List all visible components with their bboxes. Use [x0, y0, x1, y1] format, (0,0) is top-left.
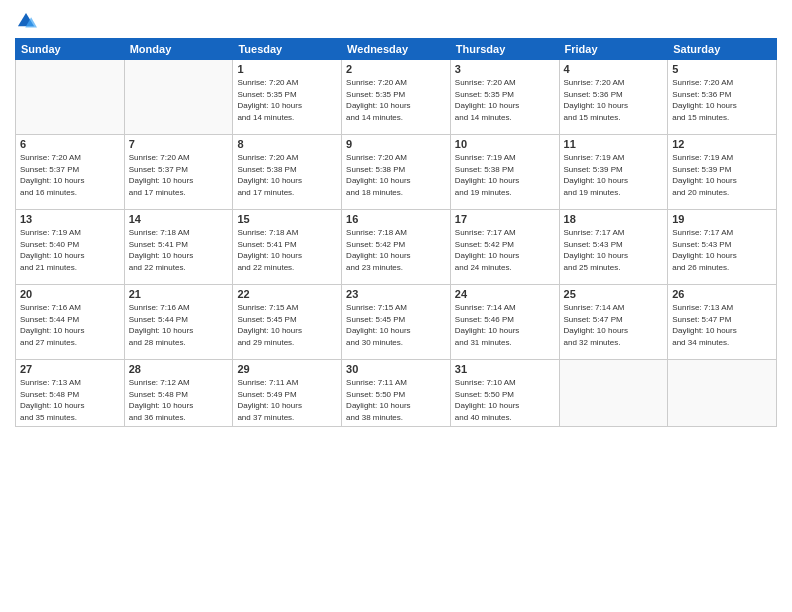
day-number: 3	[455, 63, 555, 75]
day-info: Sunrise: 7:20 AM Sunset: 5:36 PM Dayligh…	[564, 77, 664, 123]
calendar-cell: 5Sunrise: 7:20 AM Sunset: 5:36 PM Daylig…	[668, 60, 777, 135]
day-info: Sunrise: 7:17 AM Sunset: 5:42 PM Dayligh…	[455, 227, 555, 273]
calendar-cell: 13Sunrise: 7:19 AM Sunset: 5:40 PM Dayli…	[16, 210, 125, 285]
day-number: 18	[564, 213, 664, 225]
day-number: 15	[237, 213, 337, 225]
header	[15, 10, 777, 32]
day-info: Sunrise: 7:11 AM Sunset: 5:50 PM Dayligh…	[346, 377, 446, 423]
calendar-week-row: 20Sunrise: 7:16 AM Sunset: 5:44 PM Dayli…	[16, 285, 777, 360]
day-number: 9	[346, 138, 446, 150]
day-info: Sunrise: 7:20 AM Sunset: 5:36 PM Dayligh…	[672, 77, 772, 123]
day-number: 10	[455, 138, 555, 150]
calendar-week-row: 6Sunrise: 7:20 AM Sunset: 5:37 PM Daylig…	[16, 135, 777, 210]
calendar-cell: 6Sunrise: 7:20 AM Sunset: 5:37 PM Daylig…	[16, 135, 125, 210]
weekday-header: Thursday	[450, 39, 559, 60]
calendar-cell: 21Sunrise: 7:16 AM Sunset: 5:44 PM Dayli…	[124, 285, 233, 360]
calendar-cell: 15Sunrise: 7:18 AM Sunset: 5:41 PM Dayli…	[233, 210, 342, 285]
calendar-cell: 9Sunrise: 7:20 AM Sunset: 5:38 PM Daylig…	[342, 135, 451, 210]
day-number: 27	[20, 363, 120, 375]
day-number: 4	[564, 63, 664, 75]
day-number: 28	[129, 363, 229, 375]
day-number: 2	[346, 63, 446, 75]
day-info: Sunrise: 7:13 AM Sunset: 5:47 PM Dayligh…	[672, 302, 772, 348]
calendar-cell	[668, 360, 777, 427]
weekday-header: Tuesday	[233, 39, 342, 60]
calendar-cell: 29Sunrise: 7:11 AM Sunset: 5:49 PM Dayli…	[233, 360, 342, 427]
weekday-header: Saturday	[668, 39, 777, 60]
day-info: Sunrise: 7:18 AM Sunset: 5:42 PM Dayligh…	[346, 227, 446, 273]
day-info: Sunrise: 7:13 AM Sunset: 5:48 PM Dayligh…	[20, 377, 120, 423]
calendar-cell: 28Sunrise: 7:12 AM Sunset: 5:48 PM Dayli…	[124, 360, 233, 427]
page: SundayMondayTuesdayWednesdayThursdayFrid…	[0, 0, 792, 612]
calendar-cell: 19Sunrise: 7:17 AM Sunset: 5:43 PM Dayli…	[668, 210, 777, 285]
day-info: Sunrise: 7:19 AM Sunset: 5:38 PM Dayligh…	[455, 152, 555, 198]
day-info: Sunrise: 7:18 AM Sunset: 5:41 PM Dayligh…	[129, 227, 229, 273]
calendar-cell: 11Sunrise: 7:19 AM Sunset: 5:39 PM Dayli…	[559, 135, 668, 210]
calendar-week-row: 13Sunrise: 7:19 AM Sunset: 5:40 PM Dayli…	[16, 210, 777, 285]
calendar-cell: 10Sunrise: 7:19 AM Sunset: 5:38 PM Dayli…	[450, 135, 559, 210]
day-number: 22	[237, 288, 337, 300]
weekday-header: Wednesday	[342, 39, 451, 60]
calendar-cell	[559, 360, 668, 427]
day-number: 11	[564, 138, 664, 150]
day-info: Sunrise: 7:19 AM Sunset: 5:40 PM Dayligh…	[20, 227, 120, 273]
day-number: 1	[237, 63, 337, 75]
day-number: 13	[20, 213, 120, 225]
day-info: Sunrise: 7:10 AM Sunset: 5:50 PM Dayligh…	[455, 377, 555, 423]
day-info: Sunrise: 7:19 AM Sunset: 5:39 PM Dayligh…	[564, 152, 664, 198]
calendar-table: SundayMondayTuesdayWednesdayThursdayFrid…	[15, 38, 777, 427]
calendar-cell: 27Sunrise: 7:13 AM Sunset: 5:48 PM Dayli…	[16, 360, 125, 427]
day-info: Sunrise: 7:20 AM Sunset: 5:35 PM Dayligh…	[237, 77, 337, 123]
day-number: 25	[564, 288, 664, 300]
day-number: 20	[20, 288, 120, 300]
day-number: 6	[20, 138, 120, 150]
day-number: 31	[455, 363, 555, 375]
calendar-cell: 14Sunrise: 7:18 AM Sunset: 5:41 PM Dayli…	[124, 210, 233, 285]
calendar-cell	[124, 60, 233, 135]
calendar-cell: 2Sunrise: 7:20 AM Sunset: 5:35 PM Daylig…	[342, 60, 451, 135]
day-info: Sunrise: 7:20 AM Sunset: 5:38 PM Dayligh…	[346, 152, 446, 198]
day-info: Sunrise: 7:17 AM Sunset: 5:43 PM Dayligh…	[564, 227, 664, 273]
day-info: Sunrise: 7:16 AM Sunset: 5:44 PM Dayligh…	[129, 302, 229, 348]
calendar-header-row: SundayMondayTuesdayWednesdayThursdayFrid…	[16, 39, 777, 60]
calendar-cell: 31Sunrise: 7:10 AM Sunset: 5:50 PM Dayli…	[450, 360, 559, 427]
calendar-cell: 4Sunrise: 7:20 AM Sunset: 5:36 PM Daylig…	[559, 60, 668, 135]
day-info: Sunrise: 7:20 AM Sunset: 5:37 PM Dayligh…	[129, 152, 229, 198]
day-number: 14	[129, 213, 229, 225]
day-number: 16	[346, 213, 446, 225]
day-info: Sunrise: 7:12 AM Sunset: 5:48 PM Dayligh…	[129, 377, 229, 423]
day-info: Sunrise: 7:11 AM Sunset: 5:49 PM Dayligh…	[237, 377, 337, 423]
day-number: 17	[455, 213, 555, 225]
logo	[15, 10, 41, 32]
day-info: Sunrise: 7:20 AM Sunset: 5:35 PM Dayligh…	[346, 77, 446, 123]
day-number: 23	[346, 288, 446, 300]
day-info: Sunrise: 7:19 AM Sunset: 5:39 PM Dayligh…	[672, 152, 772, 198]
calendar-cell: 16Sunrise: 7:18 AM Sunset: 5:42 PM Dayli…	[342, 210, 451, 285]
calendar-cell: 1Sunrise: 7:20 AM Sunset: 5:35 PM Daylig…	[233, 60, 342, 135]
day-number: 24	[455, 288, 555, 300]
day-number: 26	[672, 288, 772, 300]
day-number: 21	[129, 288, 229, 300]
day-number: 7	[129, 138, 229, 150]
day-info: Sunrise: 7:18 AM Sunset: 5:41 PM Dayligh…	[237, 227, 337, 273]
calendar-cell: 12Sunrise: 7:19 AM Sunset: 5:39 PM Dayli…	[668, 135, 777, 210]
calendar-week-row: 27Sunrise: 7:13 AM Sunset: 5:48 PM Dayli…	[16, 360, 777, 427]
calendar-cell: 24Sunrise: 7:14 AM Sunset: 5:46 PM Dayli…	[450, 285, 559, 360]
day-info: Sunrise: 7:17 AM Sunset: 5:43 PM Dayligh…	[672, 227, 772, 273]
calendar-week-row: 1Sunrise: 7:20 AM Sunset: 5:35 PM Daylig…	[16, 60, 777, 135]
day-number: 29	[237, 363, 337, 375]
calendar-cell: 25Sunrise: 7:14 AM Sunset: 5:47 PM Dayli…	[559, 285, 668, 360]
calendar-cell: 30Sunrise: 7:11 AM Sunset: 5:50 PM Dayli…	[342, 360, 451, 427]
calendar-cell: 8Sunrise: 7:20 AM Sunset: 5:38 PM Daylig…	[233, 135, 342, 210]
logo-icon	[15, 10, 37, 32]
day-number: 19	[672, 213, 772, 225]
weekday-header: Sunday	[16, 39, 125, 60]
calendar-cell: 3Sunrise: 7:20 AM Sunset: 5:35 PM Daylig…	[450, 60, 559, 135]
day-number: 30	[346, 363, 446, 375]
day-number: 8	[237, 138, 337, 150]
day-info: Sunrise: 7:14 AM Sunset: 5:46 PM Dayligh…	[455, 302, 555, 348]
calendar-cell: 23Sunrise: 7:15 AM Sunset: 5:45 PM Dayli…	[342, 285, 451, 360]
weekday-header: Friday	[559, 39, 668, 60]
calendar-cell: 18Sunrise: 7:17 AM Sunset: 5:43 PM Dayli…	[559, 210, 668, 285]
weekday-header: Monday	[124, 39, 233, 60]
